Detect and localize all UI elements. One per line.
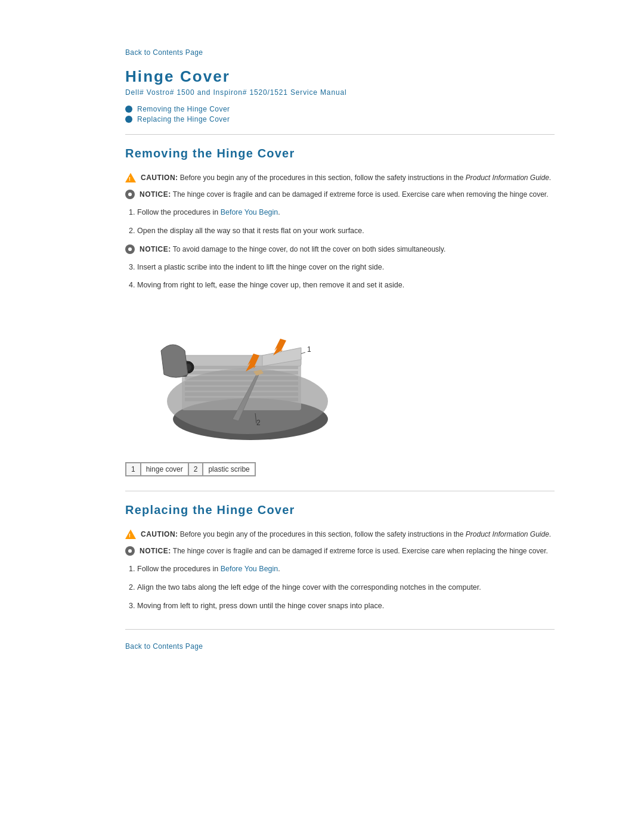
removing-title: Removing the Hinge Cover <box>125 147 555 160</box>
caution-icon <box>125 173 136 182</box>
toc-list: Removing the Hinge Cover Replacing the H… <box>125 105 555 123</box>
before-you-begin-link-1[interactable]: Before You Begin <box>221 208 278 216</box>
back-link-top[interactable]: Back to Contents Page <box>125 48 203 57</box>
notice-icon-2 <box>125 244 135 254</box>
removing-notice2-text: NOTICE: To avoid damage to the hinge cov… <box>140 244 445 255</box>
toc-bullet-replacing <box>125 116 132 123</box>
caution-icon-2 <box>125 529 136 539</box>
removing-step-1: Follow the procedures in Before You Begi… <box>137 207 555 218</box>
removing-notice2: NOTICE: To avoid damage to the hinge cov… <box>125 244 555 255</box>
laptop-diagram: 1 2 <box>125 303 328 446</box>
svg-rect-7 <box>185 387 298 391</box>
notice-icon-1 <box>125 190 135 199</box>
divider-top <box>125 134 555 135</box>
removing-step-4: Moving from right to left, ease the hing… <box>137 280 555 291</box>
replacing-steps: Follow the procedures in Before You Begi… <box>137 563 555 611</box>
image-caption-table: 1 hinge cover 2 plastic scribe <box>125 462 256 476</box>
removing-notice1-text: NOTICE: The hinge cover is fragile and c… <box>140 189 549 200</box>
replacing-step-3: Moving from left to right, press down un… <box>137 600 555 612</box>
toc-item-replacing: Replacing the Hinge Cover <box>125 115 555 123</box>
svg-line-16 <box>301 352 305 354</box>
page-subtitle: Dell# Vostro# 1500 and Inspiron# 1520/15… <box>125 88 555 97</box>
svg-rect-9 <box>185 398 298 401</box>
toc-link-removing[interactable]: Removing the Hinge Cover <box>137 105 230 113</box>
caption-text-2: plastic scribe <box>203 463 255 476</box>
replacing-caution: CAUTION: Before you begin any of the pro… <box>125 529 555 540</box>
removing-caution-text: CAUTION: Before you begin any of the pro… <box>141 172 551 183</box>
removing-notice1: NOTICE: The hinge cover is fragile and c… <box>125 189 555 200</box>
back-link-bottom[interactable]: Back to Contents Page <box>125 642 203 651</box>
svg-text:1: 1 <box>307 345 311 354</box>
removing-step-3: Insert a plastic scribe into the indent … <box>137 262 555 273</box>
removing-step-2: Open the display all the way so that it … <box>137 225 555 237</box>
svg-text:2: 2 <box>256 419 261 427</box>
replacing-step-2: Align the two tabs along the left edge o… <box>137 582 555 593</box>
replacing-section: Replacing the Hinge Cover CAUTION: Befor… <box>125 503 555 611</box>
removing-steps-cont: Insert a plastic scribe into the indent … <box>137 262 555 292</box>
caption-num-1: 1 <box>126 463 141 476</box>
divider-bottom <box>125 629 555 630</box>
laptop-diagram-container: 1 2 <box>125 303 555 448</box>
toc-link-replacing[interactable]: Replacing the Hinge Cover <box>137 115 230 123</box>
divider-middle <box>125 491 555 491</box>
toc-item-removing: Removing the Hinge Cover <box>125 105 555 113</box>
svg-rect-4 <box>185 371 298 374</box>
svg-rect-6 <box>185 382 298 385</box>
replacing-notice1: NOTICE: The hinge cover is fragile and c… <box>125 546 555 556</box>
page-title: Hinge Cover <box>125 67 555 86</box>
removing-steps: Follow the procedures in Before You Begi… <box>137 207 555 237</box>
caption-num-2: 2 <box>188 463 203 476</box>
replacing-step-1: Follow the procedures in Before You Begi… <box>137 563 555 575</box>
replacing-title: Replacing the Hinge Cover <box>125 503 555 517</box>
removing-caution: CAUTION: Before you begin any of the pro… <box>125 172 555 183</box>
replacing-caution-text: CAUTION: Before you begin any of the pro… <box>141 529 551 540</box>
svg-rect-8 <box>185 392 298 396</box>
before-you-begin-link-2[interactable]: Before You Begin <box>221 565 278 573</box>
notice-icon-3 <box>125 546 135 556</box>
caption-text-1: hinge cover <box>141 463 188 476</box>
removing-section: Removing the Hinge Cover CAUTION: Before… <box>125 147 555 476</box>
replacing-notice1-text: NOTICE: The hinge cover is fragile and c… <box>140 546 548 556</box>
svg-rect-5 <box>185 376 298 380</box>
toc-bullet-removing <box>125 106 132 113</box>
